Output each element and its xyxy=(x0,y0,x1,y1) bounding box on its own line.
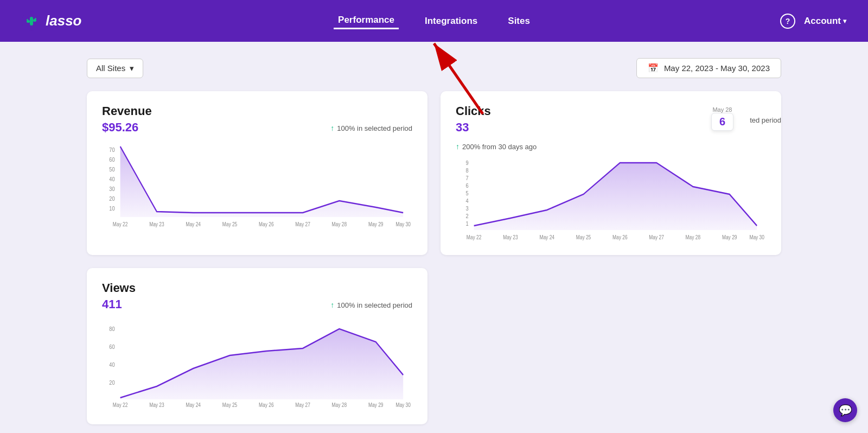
top-controls: All Sites ▾ 📅 May 22, 2023 - May 30, 202… xyxy=(87,58,781,78)
sites-dropdown[interactable]: All Sites ▾ xyxy=(87,59,143,78)
clicks-card: Clicks 33 ↑ 200% from 30 days ago May 28… xyxy=(441,91,781,255)
svg-text:May 29: May 29 xyxy=(368,402,384,408)
svg-text:6: 6 xyxy=(465,182,468,189)
views-badge: ↑ 100% in selected period xyxy=(330,301,412,309)
svg-text:4: 4 xyxy=(465,198,468,204)
svg-text:May 22: May 22 xyxy=(113,402,128,408)
svg-text:5: 5 xyxy=(465,190,468,196)
svg-text:80: 80 xyxy=(109,326,115,332)
calendar-icon: 📅 xyxy=(648,63,659,73)
revenue-value: $95.26 xyxy=(102,120,138,135)
svg-text:70: 70 xyxy=(109,147,115,153)
svg-text:May 28: May 28 xyxy=(332,402,347,408)
svg-marker-48 xyxy=(120,329,404,399)
svg-text:50: 50 xyxy=(109,166,115,173)
svg-rect-4 xyxy=(27,19,28,21)
svg-text:60: 60 xyxy=(109,156,115,163)
svg-text:May 26: May 26 xyxy=(259,221,274,227)
svg-text:May 27: May 27 xyxy=(649,234,664,240)
account-dropdown-icon: ▾ xyxy=(843,17,846,25)
svg-text:May 26: May 26 xyxy=(259,402,274,408)
account-menu[interactable]: Account ▾ xyxy=(804,16,846,27)
clicks-chart: 9 8 7 6 5 4 3 2 1 xyxy=(456,155,766,244)
views-value: 411 xyxy=(102,297,122,311)
nav-sites[interactable]: Sites xyxy=(503,14,534,29)
svg-text:20: 20 xyxy=(109,195,115,202)
svg-text:May 25: May 25 xyxy=(576,234,591,240)
revenue-chart: 70 60 50 40 30 20 10 xyxy=(102,142,412,231)
help-button[interactable]: ? xyxy=(780,14,795,29)
svg-text:May 25: May 25 xyxy=(222,221,238,227)
logo-text: lasso xyxy=(46,12,82,29)
revenue-up-icon: ↑ xyxy=(330,124,334,132)
svg-text:May 28: May 28 xyxy=(686,234,701,240)
svg-text:May 30: May 30 xyxy=(395,402,411,408)
svg-text:May 23: May 23 xyxy=(149,402,164,408)
tooltip-value: 6 xyxy=(719,116,725,128)
svg-text:May 29: May 29 xyxy=(368,221,384,227)
svg-text:1: 1 xyxy=(465,220,468,227)
svg-text:60: 60 xyxy=(109,343,115,350)
svg-text:May 30: May 30 xyxy=(749,234,764,240)
svg-rect-5 xyxy=(35,18,36,20)
svg-text:2: 2 xyxy=(465,213,468,219)
svg-text:40: 40 xyxy=(109,176,115,182)
logo-icon xyxy=(22,11,41,31)
svg-text:May 24: May 24 xyxy=(186,402,201,408)
svg-text:3: 3 xyxy=(465,205,468,212)
svg-text:May 23: May 23 xyxy=(503,234,518,240)
svg-text:30: 30 xyxy=(109,186,115,192)
clicks-up-icon: ↑ xyxy=(456,142,459,151)
svg-text:May 23: May 23 xyxy=(149,221,164,227)
revenue-title: Revenue xyxy=(102,104,412,118)
partial-badge-text: ted period xyxy=(750,116,781,124)
charts-grid: Revenue $95.26 ↑ 100% in selected period… xyxy=(87,91,781,424)
navbar: lasso Performance Integrations Sites ? A… xyxy=(0,0,868,42)
views-up-icon: ↑ xyxy=(330,301,334,309)
date-picker[interactable]: 📅 May 22, 2023 - May 30, 2023 xyxy=(636,58,781,78)
svg-text:20: 20 xyxy=(109,379,115,386)
views-badge-row: 411 ↑ 100% in selected period xyxy=(102,297,412,313)
svg-text:May 22: May 22 xyxy=(113,221,128,227)
svg-text:May 22: May 22 xyxy=(467,234,482,240)
clicks-badge-row: 33 xyxy=(456,120,537,136)
views-card: Views 411 ↑ 100% in selected period 80 6… xyxy=(87,268,427,424)
svg-text:May 27: May 27 xyxy=(295,221,310,227)
logo[interactable]: lasso xyxy=(22,11,82,31)
svg-text:7: 7 xyxy=(465,175,468,181)
revenue-badge-row: $95.26 ↑ 100% in selected period xyxy=(102,120,412,136)
svg-marker-15 xyxy=(120,147,404,217)
svg-text:10: 10 xyxy=(109,205,115,212)
views-title: Views xyxy=(102,281,412,295)
chat-widget[interactable]: 💬 xyxy=(833,398,857,422)
clicks-title: Clicks xyxy=(456,104,537,118)
svg-text:May 27: May 27 xyxy=(295,402,310,408)
revenue-badge: ↑ 100% in selected period xyxy=(330,124,412,132)
svg-text:9: 9 xyxy=(465,160,468,166)
svg-text:May 29: May 29 xyxy=(722,234,737,240)
svg-text:May 24: May 24 xyxy=(539,234,554,240)
nav-right: ? Account ▾ xyxy=(780,14,846,29)
svg-text:May 24: May 24 xyxy=(186,221,201,227)
svg-text:May 30: May 30 xyxy=(395,221,411,227)
svg-marker-34 xyxy=(474,163,757,230)
svg-text:40: 40 xyxy=(109,361,115,368)
clicks-badge: ↑ 200% from 30 days ago xyxy=(456,142,537,151)
nav-center: Performance Integrations Sites xyxy=(334,12,534,29)
svg-text:May 28: May 28 xyxy=(332,221,347,227)
main-content: All Sites ▾ 📅 May 22, 2023 - May 30, 202… xyxy=(0,42,868,433)
svg-text:8: 8 xyxy=(465,167,468,174)
dropdown-arrow-icon: ▾ xyxy=(130,63,134,73)
views-chart: 80 60 40 20 xyxy=(102,319,412,413)
svg-text:May 26: May 26 xyxy=(612,234,628,240)
nav-integrations[interactable]: Integrations xyxy=(420,14,482,29)
nav-performance[interactable]: Performance xyxy=(334,12,399,29)
empty-cell xyxy=(441,268,781,424)
svg-rect-1 xyxy=(30,17,33,26)
tooltip-date: May 28 xyxy=(711,106,733,113)
revenue-card: Revenue $95.26 ↑ 100% in selected period… xyxy=(87,91,427,255)
svg-text:May 25: May 25 xyxy=(222,402,238,408)
clicks-value: 33 xyxy=(456,120,469,135)
chat-icon: 💬 xyxy=(839,404,852,417)
